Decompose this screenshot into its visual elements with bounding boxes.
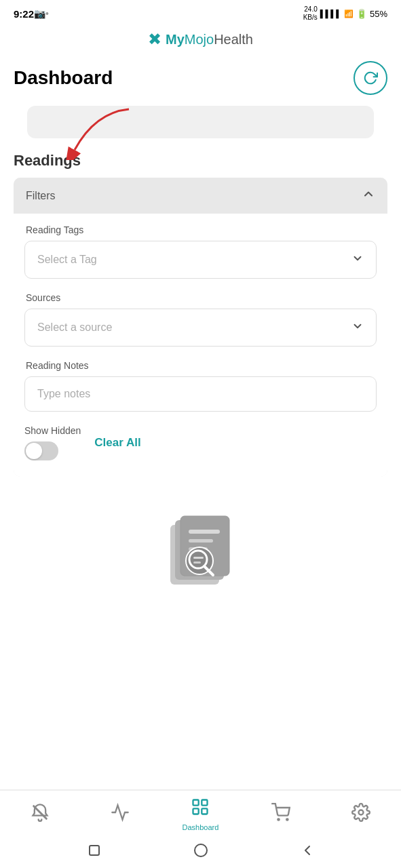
page-header: Dashboard — [0, 54, 401, 106]
nav-item-reports[interactable] — [100, 803, 140, 827]
nav-items: Dashboard — [0, 791, 401, 835]
dot-separator: • — [45, 8, 49, 19]
logo: ✖ MyMojoHealth — [148, 30, 253, 49]
show-hidden-label: Show Hidden — [24, 425, 81, 436]
svg-rect-14 — [202, 800, 208, 806]
svg-point-18 — [286, 818, 288, 820]
svg-rect-20 — [90, 846, 99, 855]
logo-text: MyMojoHealth — [166, 32, 253, 47]
svg-rect-11 — [193, 561, 201, 564]
filter-fields: Reading Tags Select a Tag Sources Select… — [14, 214, 387, 477]
select-source-placeholder: Select a source — [37, 321, 112, 334]
battery-icon: 🔋 — [356, 9, 367, 19]
app-header: ✖ MyMojoHealth — [0, 24, 401, 54]
status-bar: 9:22 📷 • 24.0 KB/s ▌▌▌▌ 📶 🔋 55% — [0, 0, 401, 24]
camera-icon: 📷 — [34, 8, 45, 19]
signal-icon: ▌▌▌▌ — [320, 9, 341, 18]
nav-item-dashboard[interactable]: Dashboard — [180, 797, 221, 831]
settings-icon — [351, 803, 370, 827]
svg-rect-15 — [193, 808, 199, 814]
main-content: Readings Filters Reading Tags — [0, 152, 401, 603]
reading-tags-group: Reading Tags Select a Tag — [24, 224, 377, 279]
reports-icon — [111, 803, 130, 827]
android-home-button[interactable] — [191, 841, 210, 860]
empty-state — [14, 488, 387, 603]
battery-percent: 55% — [370, 9, 387, 19]
sources-group: Sources Select a source — [24, 292, 377, 347]
svg-point-21 — [195, 844, 207, 856]
data-speed: 24.0 KB/s — [303, 5, 318, 22]
status-icons: 24.0 KB/s ▌▌▌▌ 📶 🔋 55% — [303, 5, 387, 22]
svg-point-19 — [358, 810, 363, 814]
sources-label: Sources — [24, 292, 377, 303]
nav-item-cart[interactable] — [261, 803, 301, 827]
reading-notes-label: Reading Notes — [24, 360, 377, 371]
search-bar-partial — [27, 106, 374, 138]
nav-item-notifications[interactable] — [20, 803, 60, 827]
svg-rect-13 — [193, 800, 199, 806]
reading-tags-label: Reading Tags — [24, 224, 377, 235]
filters-header[interactable]: Filters — [14, 178, 387, 214]
doc-search-icon — [160, 515, 242, 589]
svg-rect-16 — [202, 808, 208, 814]
svg-rect-10 — [193, 557, 204, 559]
refresh-button[interactable] — [354, 61, 387, 95]
reading-notes-group: Reading Notes — [24, 360, 377, 412]
show-hidden-row: Show Hidden Clear All — [24, 425, 377, 460]
svg-rect-5 — [189, 539, 213, 542]
filters-chevron-up-icon — [362, 187, 375, 204]
wifi-icon: 📶 — [344, 9, 354, 18]
page-title: Dashboard — [14, 67, 113, 89]
clear-all-button[interactable]: Clear All — [94, 436, 140, 450]
tag-chevron-down-icon — [351, 252, 364, 267]
dashboard-nav-label: Dashboard — [183, 823, 219, 831]
svg-rect-4 — [189, 530, 220, 534]
filters-label: Filters — [26, 190, 56, 202]
dashboard-icon — [191, 797, 210, 821]
readings-section-title: Readings — [14, 152, 387, 170]
filters-container: Filters Reading Tags Select a Tag — [14, 178, 387, 477]
cart-icon — [271, 803, 290, 827]
show-hidden-toggle[interactable] — [24, 441, 58, 460]
select-tag-dropdown[interactable]: Select a Tag — [24, 241, 377, 279]
logo-icon: ✖ — [148, 30, 161, 49]
select-tag-placeholder: Select a Tag — [37, 254, 97, 266]
status-time: 9:22 — [14, 8, 34, 20]
source-chevron-down-icon — [351, 320, 364, 335]
android-square-button[interactable] — [85, 841, 104, 860]
reading-notes-input[interactable] — [24, 376, 377, 412]
select-source-dropdown[interactable]: Select a source — [24, 309, 377, 347]
toggle-knob — [26, 443, 42, 459]
android-nav — [0, 835, 401, 868]
svg-point-17 — [278, 818, 279, 820]
notifications-icon — [31, 803, 50, 827]
android-back-button[interactable] — [298, 841, 317, 860]
nav-item-settings[interactable] — [341, 803, 381, 827]
bottom-nav: Dashboard — [0, 789, 401, 868]
